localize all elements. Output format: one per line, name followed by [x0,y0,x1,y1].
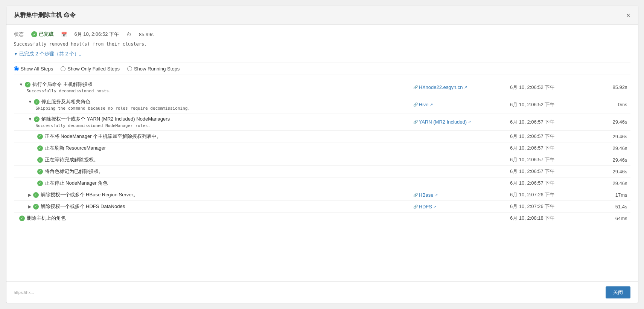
task-time-cell: 6月 10, 2:07:26 下午 [507,201,595,213]
success-icon: ✓ [37,181,43,186]
task-row: ✓正在停止 NodeManager 角色6月 10, 2:06:57 下午29.… [14,177,630,189]
ext-icon: 🔗 [413,120,418,124]
status-label: 状态 [14,31,24,38]
external-link-icon: ↗ [433,205,436,209]
filter-all[interactable]: Show All Steps [14,66,53,72]
task-name-cell: ▶✓解除授权一个或多个 HDFS DataNodes [14,201,410,213]
chevron-icon[interactable]: ▼ [19,82,23,87]
clock-icon: ⏱ [126,32,131,37]
task-link[interactable]: 🔗YARN (MR2 Included)↗ [413,119,504,125]
task-row: ▼✓解除授权一个或多个 YARN (MR2 Included) NodeMana… [14,113,630,131]
success-icon: ✓ [25,82,30,87]
date-icon: 📅 [61,32,67,37]
filter-failed-radio[interactable] [61,66,65,71]
filter-running[interactable]: Show Running Steps [127,66,180,72]
task-link-cell [410,213,507,224]
task-duration-cell: 29.46s [595,113,630,131]
success-icon: ✓ [37,134,43,139]
success-icon: ✓ [37,157,43,163]
steps-summary-text: 已完成 2 个步骤（共 2 个）。 [19,50,84,57]
external-link-icon: ↗ [468,120,471,124]
success-icon: ✓ [34,99,40,105]
filter-running-label: Show Running Steps [134,66,180,72]
task-name-cell: ✓将角色标记为已解除授权。 [14,166,410,177]
task-name-cell: ✓正在等待完成解除授权。 [14,154,410,166]
filter-running-radio[interactable] [127,66,132,71]
task-link-cell [410,177,507,189]
filter-failed-label: Show Only Failed Steps [67,66,120,72]
task-desc: Successfully decommissioned NodeManager … [17,122,407,128]
task-link[interactable]: 🔗Hive↗ [413,102,504,107]
task-name-text: 正在等待完成解除授权。 [45,156,99,163]
check-icon: ✓ [31,31,37,37]
chevron-icon[interactable]: ▶ [28,204,31,209]
task-row: ✓正在刷新 ResourceManager6月 10, 2:06:57 下午29… [14,142,630,154]
task-row: ▶✓解除授权一个或多个 HDFS DataNodes🔗HDFS↗6月 10, 2… [14,201,630,213]
task-time-cell: 6月 10, 2:06:52 下午 [507,79,595,96]
status-text: 已完成 [39,31,53,38]
task-row: ✓删除主机上的角色6月 10, 2:08:18 下午64ms [14,213,630,224]
task-time-cell: 6月 10, 2:06:57 下午 [507,131,595,142]
modal-footer: https://hx... 关闭 [6,281,638,303]
task-duration-cell: 29.46s [595,177,630,189]
task-duration-cell: 29.46s [595,154,630,166]
close-x-button[interactable]: × [626,12,630,19]
task-link[interactable]: 🔗HDFS↗ [413,204,504,210]
task-name-text: 解除授权一个或多个 HBase Region Server。 [41,191,138,198]
task-name-text: 正在停止 NodeManager 角色 [45,180,108,187]
ext-icon: 🔗 [413,193,418,197]
task-time-cell: 6月 10, 2:07:26 下午 [507,189,595,201]
task-time-cell: 6月 10, 2:06:57 下午 [507,154,595,166]
success-icon: ✓ [34,116,40,122]
success-icon: ✓ [37,169,43,174]
chevron-icon[interactable]: ▼ [28,99,32,104]
external-link-icon: ↗ [435,193,438,197]
ext-icon: 🔗 [413,205,418,209]
task-time-cell: 6月 10, 2:06:57 下午 [507,113,595,131]
success-icon: ✓ [33,204,39,210]
task-duration-cell: 0ms [595,96,630,113]
task-time-cell: 6月 10, 2:08:18 下午 [507,213,595,224]
task-duration-cell: 29.46s [595,142,630,154]
task-name-cell: ▼✓执行全局命令 主机解除授权Successfully decommission… [14,79,410,96]
success-icon: ✓ [19,216,25,221]
duration-value: 85.99s [139,32,154,37]
task-name-text: 停止服务及其相关角色 [41,98,90,105]
task-name-text: 正在将 NodeManager 个主机添加至解除授权列表中。 [45,133,162,140]
task-duration-cell: 29.46s [595,166,630,177]
task-link[interactable]: 🔗HBase↗ [413,192,504,198]
task-time-cell: 6月 10, 2:06:57 下午 [507,177,595,189]
url-bar: https://hx... [14,290,602,295]
success-icon: ✓ [37,145,43,151]
task-link-cell: 🔗HDFS↗ [410,201,507,213]
filter-all-radio[interactable] [14,66,19,71]
task-link-cell: 🔗Hive↗ [410,96,507,113]
filter-bar: Show All Steps Show Only Failed Steps Sh… [14,63,630,75]
task-name-text: 执行全局命令 主机解除授权 [32,81,93,88]
task-link-cell [410,154,507,166]
status-message: Successfully removed host(s) from their … [14,41,630,47]
chevron-icon[interactable]: ▶ [28,193,31,197]
task-name-cell: ✓删除主机上的角色 [14,213,410,224]
task-table: ▼✓执行全局命令 主机解除授权Successfully decommission… [14,79,630,224]
chevron-icon[interactable]: ▼ [28,117,32,121]
task-name-cell: ✓正在将 NodeManager 个主机添加至解除授权列表中。 [14,131,410,142]
task-name-cell: ▼✓解除授权一个或多个 YARN (MR2 Included) NodeMana… [14,113,410,131]
steps-summary[interactable]: ▼ 已完成 2 个步骤（共 2 个）。 [14,50,630,57]
task-name-cell: ▼✓停止服务及其相关角色Skipping the command because… [14,96,410,113]
task-duration-cell: 64ms [595,213,630,224]
task-link-cell: 🔗HXnode22.esgyn.cn↗ [410,79,507,96]
task-name-text: 将角色标记为已解除授权。 [45,168,104,175]
success-icon: ✓ [33,192,39,198]
close-button[interactable]: 关闭 [606,286,630,298]
task-link[interactable]: 🔗HXnode22.esgyn.cn↗ [413,84,504,90]
external-link-icon: ↗ [430,102,433,107]
task-duration-cell: 85.92s [595,79,630,96]
task-duration-cell: 51.4s [595,201,630,213]
filter-failed[interactable]: Show Only Failed Steps [61,66,120,72]
task-link-cell [410,131,507,142]
task-name-text: 解除授权一个或多个 YARN (MR2 Included) NodeManage… [41,116,170,122]
ext-icon: 🔗 [413,85,418,89]
modal-container: 从群集中删除主机 命令 × 状态 ✓ 已完成 📅 6月 10, 2:06:52 … [6,6,638,303]
task-duration-cell: 17ms [595,189,630,201]
